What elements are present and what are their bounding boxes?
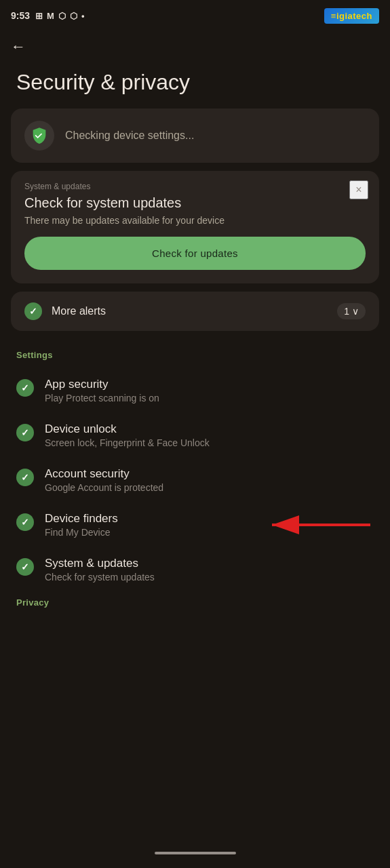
app-security-check-icon: ✓ [16, 379, 34, 397]
card-title: Check for system updates [24, 195, 366, 211]
page-title: Security & privacy [0, 58, 390, 108]
shield-icon [30, 126, 49, 145]
more-alerts-count: 1 ∨ [337, 303, 366, 319]
checking-device-card: Checking device settings... [11, 108, 379, 163]
checking-text: Checking device settings... [65, 130, 194, 142]
red-arrow-annotation [265, 511, 374, 538]
grid-icon: ⊞ [35, 11, 43, 21]
account-security-title: Account security [45, 467, 374, 481]
camera-icon: ⬡ [70, 11, 77, 21]
checkmark-icon: ✓ [21, 472, 29, 483]
app-security-content: App security Play Protect scanning is on [45, 378, 374, 403]
app-security-subtitle: Play Protect scanning is on [45, 393, 374, 403]
more-alerts-left: ✓ More alerts [24, 302, 106, 320]
system-updates-check-icon: ✓ [16, 558, 34, 576]
back-button[interactable]: ← [0, 30, 390, 58]
alert-count: 1 [344, 306, 349, 317]
device-unlock-content: Device unlock Screen lock, Fingerprint &… [45, 422, 374, 448]
settings-item-device-unlock[interactable]: ✓ Device unlock Screen lock, Fingerprint… [0, 413, 390, 458]
updates-card: System & updates × Check for system upda… [11, 171, 379, 283]
status-icons: ⊞ M ⬡ ⬡ • [35, 11, 84, 21]
check-circle-icon: ✓ [24, 302, 42, 320]
device-unlock-subtitle: Screen lock, Fingerprint & Face Unlock [45, 437, 374, 448]
chevron-down-icon: ∨ [352, 306, 359, 317]
device-unlock-title: Device unlock [45, 422, 374, 436]
red-arrow-icon [265, 511, 374, 538]
more-alerts-card[interactable]: ✓ More alerts 1 ∨ [11, 292, 379, 331]
app-security-title: App security [45, 378, 374, 391]
account-security-check-icon: ✓ [16, 469, 34, 486]
system-updates-content: System & updates Check for system update… [45, 557, 374, 583]
checkmark-icon: ✓ [21, 427, 29, 438]
system-updates-title: System & updates [45, 557, 374, 570]
settings-item-app-security[interactable]: ✓ App security Play Protect scanning is … [0, 368, 390, 413]
account-security-subtitle: Google Account is protected [45, 482, 374, 493]
account-security-content: Account security Google Account is prote… [45, 467, 374, 493]
bottom-bar [0, 844, 390, 868]
checkmark-icon: ✓ [29, 306, 37, 317]
settings-item-system-updates[interactable]: ✓ System & updates Check for system upda… [0, 547, 390, 592]
settings-item-device-finders[interactable]: ✓ Device finders Find My Device [0, 502, 390, 547]
digiatech-highlight: ≡ [331, 11, 336, 21]
status-left: 9:53 ⊞ M ⬡ ⬡ • [11, 10, 84, 21]
m-icon: M [47, 11, 54, 21]
close-button[interactable]: × [349, 180, 368, 199]
digiatech-badge: ≡igiatech [324, 8, 379, 24]
settings-section-label: Settings [0, 347, 390, 368]
check-updates-button[interactable]: Check for updates [24, 237, 366, 270]
checkmark-icon: ✓ [21, 517, 29, 528]
card-description: There may be updates available for your … [24, 215, 366, 226]
instagram-icon: ⬡ [58, 11, 66, 21]
device-unlock-check-icon: ✓ [16, 424, 34, 441]
status-time: 9:53 [11, 10, 30, 21]
system-updates-subtitle: Check for system updates [45, 572, 374, 583]
dot-icon: • [81, 11, 85, 21]
card-category: System & updates [24, 182, 366, 191]
settings-item-account-security[interactable]: ✓ Account security Google Account is pro… [0, 458, 390, 502]
shield-icon-wrap [24, 121, 54, 151]
device-finders-check-icon: ✓ [16, 513, 34, 531]
checkmark-icon: ✓ [21, 382, 29, 393]
checkmark-icon: ✓ [21, 561, 29, 572]
status-bar: 9:53 ⊞ M ⬡ ⬡ • ≡igiatech [0, 0, 390, 30]
privacy-section-label: Privacy [0, 592, 390, 610]
home-indicator [155, 852, 236, 854]
digiatech-label: igiatech [336, 11, 372, 21]
more-alerts-label: More alerts [52, 305, 106, 317]
back-arrow-icon: ← [11, 38, 26, 55]
